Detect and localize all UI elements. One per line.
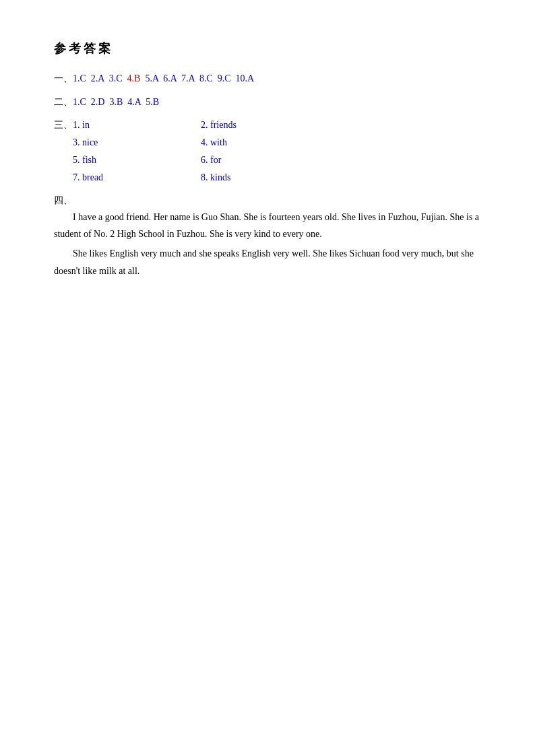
- section-two: 二、 1.C 2.D 3.B 4.A 5.B: [54, 94, 481, 112]
- one-ans-10: 10.A: [236, 70, 255, 88]
- page-title: 参考答案: [54, 40, 481, 57]
- section-three-label: 三、: [54, 116, 73, 133]
- two-ans-2: 2.D: [91, 94, 110, 112]
- one-ans-1: 1.C: [73, 70, 91, 88]
- section-two-label: 二、: [54, 94, 73, 112]
- section-three: 三、 1. in 2. friends 3. nice 4. with 5. f…: [54, 116, 481, 186]
- two-ans-3: 3.B: [109, 94, 127, 112]
- one-ans-8: 8.C: [199, 70, 218, 88]
- two-ans-5: 5.B: [146, 94, 159, 112]
- three-ans-1: 1. in: [73, 116, 201, 134]
- one-ans-9: 9.C: [218, 70, 236, 88]
- two-ans-1: 1.C: [73, 94, 91, 112]
- section-four-para-2: She likes English very much and she spea…: [54, 245, 481, 279]
- three-ans-8: 8. kinds: [201, 169, 336, 186]
- section-one: 一、 1.C 2.A 3.C 4.B 5.A 6.A 7.A 8.C 9.C 1…: [54, 70, 481, 88]
- section-four: 四、 I have a good friend. Her name is Guo…: [54, 192, 481, 279]
- one-ans-3: 3.C: [109, 70, 127, 88]
- three-ans-2: 2. friends: [201, 116, 336, 134]
- three-ans-7: 7. bread: [73, 169, 201, 186]
- three-ans-5: 5. fish: [73, 151, 201, 169]
- three-ans-6: 6. for: [201, 151, 336, 169]
- one-ans-6: 6.A: [163, 70, 181, 88]
- section-four-para-1: I have a good friend. Her name is Guo Sh…: [54, 209, 481, 242]
- one-ans-4: 4.B: [127, 70, 146, 88]
- two-ans-4: 4.A: [127, 94, 146, 112]
- one-ans-2: 2.A: [91, 70, 109, 88]
- three-ans-4: 4. with: [201, 134, 336, 151]
- one-ans-7: 7.A: [181, 70, 199, 88]
- three-ans-3: 3. nice: [73, 134, 201, 151]
- section-one-label: 一、: [54, 70, 73, 88]
- one-ans-5: 5.A: [145, 70, 163, 88]
- section-four-label: 四、: [54, 195, 73, 205]
